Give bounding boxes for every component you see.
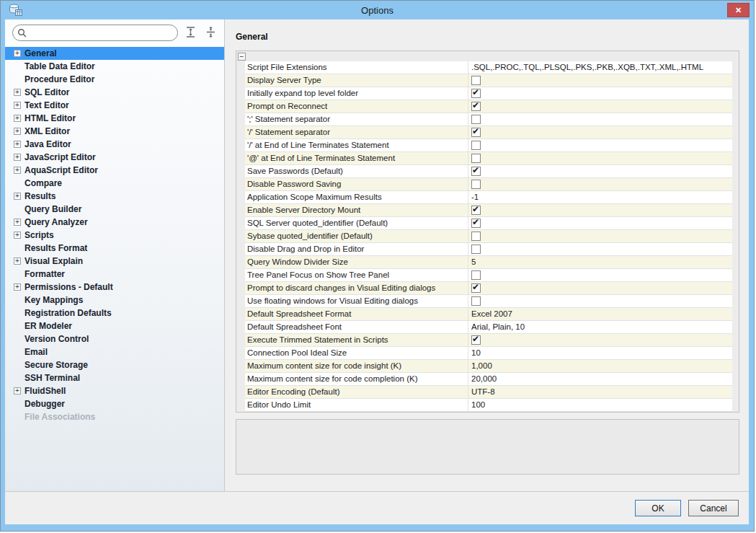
- setting-row: '@' at End of Line Terminates Statement: [245, 152, 732, 165]
- setting-checkbox[interactable]: [471, 270, 481, 280]
- setting-checkbox[interactable]: ✔: [471, 283, 481, 293]
- expand-icon[interactable]: +: [14, 115, 21, 122]
- setting-value[interactable]: 10: [468, 347, 732, 359]
- sidebar-item-label: Java Editor: [25, 139, 71, 149]
- sidebar-item[interactable]: + Java Editor: [5, 138, 224, 151]
- sidebar-item[interactable]: + Permissions - Default: [5, 281, 224, 294]
- setting-checkbox[interactable]: [471, 232, 481, 241]
- sidebar-item[interactable]: Procedure Editor: [5, 73, 224, 86]
- sidebar-item[interactable]: Email: [5, 345, 224, 358]
- sidebar-item[interactable]: Secure Storage: [5, 358, 224, 371]
- expand-icon[interactable]: +: [14, 89, 21, 96]
- sidebar-item-label: Procedure Editor: [25, 74, 94, 84]
- sidebar-item[interactable]: Table Data Editor: [5, 60, 224, 73]
- expand-icon[interactable]: +: [14, 219, 21, 226]
- sidebar-item[interactable]: SSH Terminal: [5, 371, 224, 384]
- collapse-all-button[interactable]: [203, 25, 218, 41]
- setting-checkbox[interactable]: [471, 154, 481, 163]
- setting-checkbox[interactable]: ✔: [471, 206, 481, 215]
- sidebar-item[interactable]: + FluidShell: [5, 384, 224, 397]
- titlebar: Options ✕: [1, 1, 754, 19]
- sidebar-item[interactable]: Compare: [5, 177, 224, 190]
- setting-checkbox[interactable]: [471, 180, 481, 189]
- ok-button[interactable]: OK: [635, 500, 681, 516]
- description-box: [236, 419, 739, 475]
- sidebar-item[interactable]: + Query Analyzer: [5, 216, 224, 229]
- sidebar-item-label: Permissions - Default: [25, 282, 113, 292]
- sidebar-item[interactable]: + Results: [5, 190, 224, 203]
- sidebar-item-label: Results Format: [25, 243, 87, 253]
- close-button[interactable]: ✕: [727, 3, 750, 17]
- setting-value: [468, 113, 732, 125]
- setting-row: Initially expand top level folder ✔: [245, 87, 732, 100]
- expand-icon[interactable]: +: [14, 128, 21, 135]
- setting-value[interactable]: .SQL,.PROC,.TQL,.PLSQL,.PKS,.PKB,.XQB,.T…: [468, 61, 732, 74]
- sidebar-item[interactable]: ER Modeler: [5, 320, 224, 332]
- setting-label: Maximum content size for code completion…: [245, 373, 468, 385]
- setting-value[interactable]: Arial, Plain, 10: [468, 321, 732, 333]
- collapse-section-button[interactable]: −: [238, 53, 246, 61]
- setting-row: Execute Trimmed Statement in Scripts ✔: [245, 334, 732, 347]
- expand-icon[interactable]: +: [14, 257, 21, 265]
- sidebar-item[interactable]: + HTML Editor: [5, 112, 224, 125]
- sidebar-item[interactable]: Registration Defaults: [5, 307, 224, 320]
- setting-value[interactable]: 20,000: [468, 373, 732, 385]
- setting-value: [468, 178, 732, 190]
- sidebar-item[interactable]: Key Mappings: [5, 294, 224, 307]
- sidebar-item[interactable]: + Scripts: [5, 229, 224, 242]
- sidebar-item[interactable]: + SQL Editor: [5, 86, 224, 99]
- sidebar-item[interactable]: Debugger: [5, 397, 224, 410]
- setting-value[interactable]: Excel 2007: [468, 308, 732, 320]
- setting-value[interactable]: 5: [468, 256, 732, 268]
- setting-value[interactable]: 100: [468, 399, 732, 411]
- setting-checkbox[interactable]: [471, 115, 481, 124]
- setting-label: Display Server Type: [245, 74, 468, 87]
- setting-checkbox[interactable]: [471, 296, 481, 306]
- expand-icon[interactable]: +: [14, 50, 21, 57]
- page-title: General: [236, 32, 749, 42]
- expand-icon[interactable]: +: [14, 141, 21, 148]
- sidebar-item-label: Secure Storage: [25, 360, 88, 370]
- sidebar-item[interactable]: + AquaScript Editor: [5, 164, 224, 177]
- sidebar-item[interactable]: Formatter: [5, 268, 224, 281]
- setting-checkbox[interactable]: ✔: [471, 167, 481, 176]
- setting-value[interactable]: UTF-8: [468, 386, 732, 398]
- expand-icon[interactable]: +: [14, 232, 21, 239]
- expand-all-button[interactable]: [182, 25, 198, 41]
- setting-checkbox[interactable]: ✔: [471, 335, 481, 345]
- expand-icon[interactable]: +: [14, 167, 21, 174]
- expand-icon[interactable]: +: [14, 102, 21, 109]
- sidebar-item[interactable]: File Associations: [5, 410, 224, 423]
- setting-checkbox[interactable]: ✔: [471, 219, 481, 228]
- setting-row: Editor Undo Limit 100: [245, 399, 732, 412]
- search-input[interactable]: [27, 27, 177, 40]
- setting-checkbox[interactable]: ✔: [471, 89, 481, 98]
- setting-checkbox[interactable]: [471, 245, 481, 254]
- setting-value: [468, 269, 732, 281]
- sidebar-item[interactable]: Query Builder: [5, 203, 224, 216]
- setting-checkbox[interactable]: ✔: [471, 102, 481, 111]
- setting-value: ✔: [468, 126, 732, 138]
- setting-value: ✔: [468, 217, 732, 229]
- sidebar-item[interactable]: + JavaScript Editor: [5, 151, 224, 164]
- expand-icon[interactable]: +: [14, 387, 21, 395]
- setting-row: Disable Password Saving: [245, 178, 732, 191]
- sidebar-item[interactable]: + Text Editor: [5, 99, 224, 112]
- setting-checkbox[interactable]: [471, 141, 481, 150]
- expand-icon[interactable]: +: [14, 283, 21, 291]
- expand-icon[interactable]: +: [14, 193, 21, 200]
- setting-value[interactable]: 1,000: [468, 360, 732, 372]
- cancel-button[interactable]: Cancel: [688, 500, 739, 516]
- setting-checkbox[interactable]: [471, 76, 481, 85]
- sidebar-item[interactable]: Version Control: [5, 332, 224, 345]
- search-box[interactable]: [12, 25, 178, 41]
- sidebar-item[interactable]: + Visual Explain: [5, 255, 224, 268]
- sidebar-item[interactable]: + General: [5, 47, 224, 60]
- expand-icon[interactable]: +: [14, 154, 21, 161]
- sidebar-item[interactable]: Results Format: [5, 242, 224, 255]
- setting-value[interactable]: -1: [468, 191, 732, 203]
- sidebar: + General Table Data Editor Procedure Ed…: [5, 19, 225, 491]
- setting-checkbox[interactable]: ✔: [471, 128, 481, 137]
- sidebar-item[interactable]: + XML Editor: [5, 125, 224, 138]
- setting-row: Maximum content size for code completion…: [245, 373, 732, 386]
